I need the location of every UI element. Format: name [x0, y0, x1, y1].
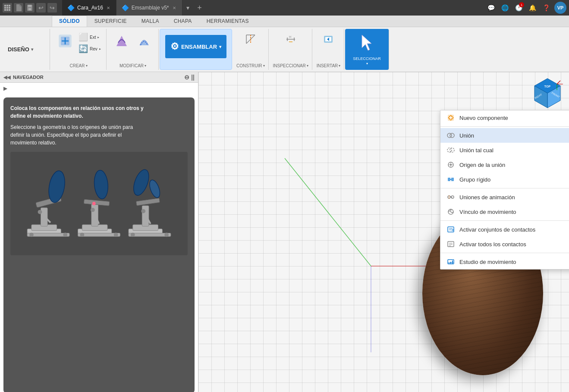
- modificar-arrow: ▾: [145, 64, 146, 68]
- uniones-animacion-icon: [446, 193, 455, 201]
- nav-header-right: ⊖ ||: [184, 74, 195, 81]
- ensamblar-main-btn[interactable]: ⚙ ENSAMBLAR ▾: [165, 35, 226, 58]
- menu-estudio-movimiento[interactable]: Estudio de movimiento: [440, 254, 569, 269]
- insertar-arrow: ▾: [339, 64, 340, 68]
- vinculo-movimiento-icon: [446, 207, 455, 216]
- menu-vinculo-movimiento-label: Vínculo de movimiento: [459, 209, 569, 215]
- seleccionar-drop-arrow: ▾: [366, 62, 368, 66]
- menu-nuevo-componente-label: Nuevo componente: [459, 115, 569, 121]
- tabs-dropdown[interactable]: ▾: [182, 2, 194, 13]
- grupo-rigido-icon: [446, 175, 455, 184]
- group-construir: CONSTRUIR ▾: [233, 29, 268, 70]
- menu-union[interactable]: Unión J ⋮: [440, 128, 569, 143]
- help-icon[interactable]: ❓: [541, 2, 552, 13]
- construir-label[interactable]: CONSTRUIR ▾: [236, 63, 264, 69]
- menu-union-label: Unión: [459, 132, 569, 139]
- insertar-label[interactable]: INSERTAR ▾: [317, 63, 341, 69]
- menu-grupo-rigido[interactable]: Grupo rígido: [440, 172, 569, 187]
- nuevo-componente-icon: [446, 113, 455, 122]
- svg-text:H: H: [289, 35, 291, 38]
- notification-badge: 1: [519, 2, 524, 7]
- ribbon-tabs: SÓLIDO SUPERFICIE MALLA CHAPA HERRAMIENT…: [0, 16, 569, 27]
- svg-rect-103: [450, 262, 451, 264]
- menu-grupo-rigido-label: Grupo rígido: [459, 176, 569, 183]
- app-menu-icon[interactable]: [3, 3, 12, 13]
- ribbon-content: DISEÑO ▾: [0, 27, 569, 72]
- modificar-btn1[interactable]: [111, 31, 132, 53]
- network-icon[interactable]: 🌐: [499, 2, 510, 13]
- tab-label-1: Cara_Av16: [77, 5, 103, 11]
- modificar-items: [111, 30, 155, 63]
- tab-cara-av16[interactable]: 🔷 Cara_Av16 ✕: [62, 0, 116, 16]
- menu-estudio-movimiento-label: Estudio de movimiento: [459, 259, 569, 265]
- title-bar-right: 💬 🌐 🕐 1 🔔 ❓ VP: [485, 2, 566, 14]
- modificar-label[interactable]: MODIFICAR ▾: [119, 63, 146, 69]
- menu-origen-union[interactable]: Origen de la unión: [440, 157, 569, 172]
- svg-rect-3: [4, 7, 6, 9]
- tab-herramientas[interactable]: HERRAMIENTAS: [199, 16, 256, 27]
- menu-activar-conjuntos[interactable]: Activar conjuntos de contactos: [440, 222, 569, 237]
- union-icon: [446, 131, 455, 140]
- crear-extrusion-btn[interactable]: ⬜ Ext ▸: [77, 31, 103, 43]
- nav-pause-btn[interactable]: ||: [191, 74, 195, 81]
- redo-icon[interactable]: ↪: [47, 3, 57, 13]
- tab-close-2[interactable]: ✕: [172, 5, 177, 11]
- user-avatar[interactable]: VP: [554, 2, 566, 14]
- group-seleccionar: SELECCIONAR ▾: [345, 29, 389, 70]
- construir-arrow: ▾: [263, 64, 265, 68]
- svg-point-88: [451, 196, 454, 198]
- tab-chapa[interactable]: CHAPA: [167, 16, 199, 27]
- file-icon[interactable]: [14, 3, 23, 13]
- crear-revolucion-btn[interactable]: 🔄 Rev ▸: [77, 43, 103, 54]
- seleccionar-btn1[interactable]: SELECCIONAR ▾: [350, 31, 384, 67]
- svg-rect-84: [448, 178, 450, 181]
- add-tab-button[interactable]: +: [194, 2, 206, 14]
- ribbon: SÓLIDO SUPERFICIE MALLA CHAPA HERRAMIENT…: [0, 16, 569, 72]
- tab-malla[interactable]: MALLA: [134, 16, 167, 27]
- tab-solido[interactable]: SÓLIDO: [52, 16, 87, 27]
- save-icon[interactable]: [25, 3, 35, 13]
- group-modificar: MODIFICAR ▾: [107, 29, 159, 70]
- nav-cube[interactable]: TOP FRONT RIGHT: [530, 76, 565, 111]
- clock-icon[interactable]: 🕐 1: [513, 2, 524, 13]
- tab-superficie[interactable]: SUPERFICIE: [87, 16, 134, 27]
- svg-rect-52: [136, 198, 160, 206]
- menu-divider-3: [440, 220, 569, 221]
- chat-icon[interactable]: 💬: [485, 2, 497, 13]
- revolucion-icon: 🔄: [79, 44, 88, 53]
- svg-rect-41: [84, 199, 109, 206]
- undo-icon[interactable]: ↩: [36, 3, 46, 13]
- viewport[interactable]: TOP FRONT RIGHT: [198, 72, 569, 392]
- design-selector[interactable]: DISEÑO ▾: [3, 29, 50, 70]
- navigator-title: NAVEGADOR: [13, 75, 44, 80]
- tab-close-1[interactable]: ✕: [106, 5, 111, 11]
- menu-union-tal-cual[interactable]: Unión tal cual Mayúsculas+J: [440, 143, 569, 157]
- nav-expand[interactable]: ▶: [0, 83, 198, 94]
- inspeccionar-arrow: ▾: [307, 64, 308, 68]
- nav-back-icon[interactable]: ◀◀: [3, 75, 10, 80]
- bell-icon[interactable]: 🔔: [527, 2, 538, 13]
- menu-vinculo-movimiento[interactable]: Vínculo de movimiento: [440, 204, 569, 219]
- svg-rect-0: [4, 5, 6, 6]
- crear-nuevo-btn[interactable]: [54, 31, 76, 53]
- crear-label[interactable]: CREAR ▾: [69, 63, 87, 69]
- menu-divider-2: [440, 188, 569, 188]
- menu-union-tal-cual-label: Unión tal cual: [459, 147, 569, 154]
- crear-nuevo-icon: [57, 33, 73, 51]
- menu-nuevo-componente[interactable]: Nuevo componente: [440, 110, 569, 125]
- tab-icon-1: 🔷: [67, 4, 75, 11]
- svg-point-37: [63, 233, 67, 237]
- tab-emsamblaje[interactable]: 🔷 Emsamblaje v5* ✕: [116, 0, 182, 16]
- inspeccionar-label[interactable]: INSPECCIONAR ▾: [273, 63, 308, 69]
- nav-minus-btn[interactable]: ⊖: [184, 74, 189, 81]
- insertar-btn1[interactable]: [318, 31, 339, 50]
- svg-rect-4: [6, 7, 8, 9]
- origen-union-icon: [446, 160, 455, 169]
- modificar-btn2[interactable]: [133, 31, 155, 53]
- menu-activar-todos[interactable]: Activar todos los contactos: [440, 237, 569, 251]
- inspeccionar-icon1: H: [285, 33, 297, 48]
- construir-btn1[interactable]: [240, 31, 261, 50]
- inspeccionar-btn1[interactable]: H: [280, 31, 302, 50]
- menu-uniones-animacion[interactable]: Uniones de animación: [440, 190, 569, 204]
- tab-icon-2: 🔷: [122, 4, 129, 11]
